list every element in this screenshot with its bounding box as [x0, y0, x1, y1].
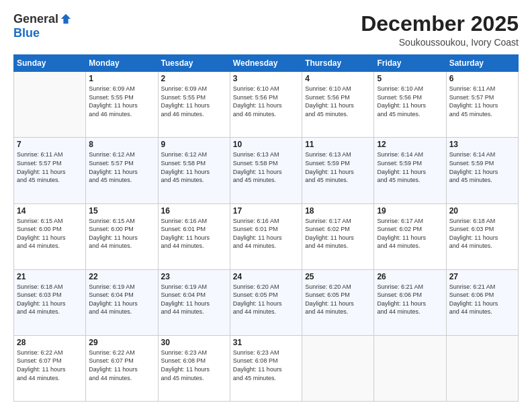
- day-number: 30: [161, 338, 227, 347]
- calendar-week-row: 28Sunrise: 6:22 AMSunset: 6:07 PMDayligh…: [14, 335, 519, 401]
- logo-general-text: General: [13, 12, 58, 26]
- day-number: 10: [233, 140, 299, 149]
- calendar-cell: 5Sunrise: 6:10 AMSunset: 5:56 PMDaylight…: [374, 72, 446, 138]
- calendar-cell: 7Sunrise: 6:11 AMSunset: 5:57 PMDaylight…: [14, 138, 86, 203]
- day-number: 1: [89, 74, 154, 83]
- calendar-cell: 25Sunrise: 6:20 AMSunset: 6:05 PMDayligh…: [302, 269, 374, 335]
- day-info: Sunrise: 6:15 AMSunset: 6:00 PMDaylight:…: [17, 217, 83, 250]
- calendar-cell: [374, 335, 446, 401]
- day-info: Sunrise: 6:10 AMSunset: 5:56 PMDaylight:…: [305, 85, 371, 118]
- day-header-tuesday: Tuesday: [158, 55, 230, 72]
- day-number: 27: [449, 272, 515, 281]
- day-info: Sunrise: 6:22 AMSunset: 6:07 PMDaylight:…: [89, 349, 154, 382]
- day-info: Sunrise: 6:11 AMSunset: 5:57 PMDaylight:…: [449, 85, 515, 118]
- title-block: December 2025 Soukoussoukou, Ivory Coast: [361, 12, 519, 48]
- calendar-cell: 18Sunrise: 6:17 AMSunset: 6:02 PMDayligh…: [302, 203, 374, 269]
- day-number: 8: [89, 140, 154, 149]
- day-header-thursday: Thursday: [302, 55, 374, 72]
- day-info: Sunrise: 6:23 AMSunset: 6:08 PMDaylight:…: [161, 349, 227, 382]
- calendar-cell: 27Sunrise: 6:21 AMSunset: 6:06 PMDayligh…: [446, 269, 518, 335]
- day-number: 11: [305, 140, 371, 149]
- day-info: Sunrise: 6:16 AMSunset: 6:01 PMDaylight:…: [233, 217, 299, 250]
- calendar-cell: 31Sunrise: 6:23 AMSunset: 6:08 PMDayligh…: [230, 335, 302, 401]
- day-number: 28: [17, 338, 83, 347]
- calendar-cell: 8Sunrise: 6:12 AMSunset: 5:57 PMDaylight…: [86, 138, 158, 203]
- calendar-cell: 10Sunrise: 6:13 AMSunset: 5:58 PMDayligh…: [230, 138, 302, 203]
- day-info: Sunrise: 6:19 AMSunset: 6:04 PMDaylight:…: [161, 283, 227, 316]
- calendar-cell: 14Sunrise: 6:15 AMSunset: 6:00 PMDayligh…: [14, 203, 86, 269]
- day-info: Sunrise: 6:13 AMSunset: 5:58 PMDaylight:…: [233, 150, 299, 184]
- day-info: Sunrise: 6:12 AMSunset: 5:57 PMDaylight:…: [89, 150, 154, 184]
- day-number: 31: [233, 338, 299, 347]
- day-number: 4: [305, 74, 371, 83]
- day-number: 24: [233, 272, 299, 281]
- day-header-friday: Friday: [374, 55, 446, 72]
- calendar-week-row: 7Sunrise: 6:11 AMSunset: 5:57 PMDaylight…: [14, 138, 519, 203]
- calendar-cell: 28Sunrise: 6:22 AMSunset: 6:07 PMDayligh…: [14, 335, 86, 401]
- day-number: 12: [377, 140, 443, 149]
- day-number: 29: [89, 338, 154, 347]
- calendar-cell: 21Sunrise: 6:18 AMSunset: 6:03 PMDayligh…: [14, 269, 86, 335]
- day-info: Sunrise: 6:17 AMSunset: 6:02 PMDaylight:…: [377, 217, 443, 250]
- day-number: 18: [305, 206, 371, 216]
- calendar: SundayMondayTuesdayWednesdayThursdayFrid…: [13, 54, 519, 402]
- calendar-cell: 30Sunrise: 6:23 AMSunset: 6:08 PMDayligh…: [158, 335, 230, 401]
- day-number: 13: [449, 140, 515, 149]
- calendar-cell: 16Sunrise: 6:16 AMSunset: 6:01 PMDayligh…: [158, 203, 230, 269]
- day-header-saturday: Saturday: [446, 55, 518, 72]
- day-header-sunday: Sunday: [14, 55, 86, 72]
- logo-blue-text: Blue: [13, 26, 40, 40]
- calendar-cell: 29Sunrise: 6:22 AMSunset: 6:07 PMDayligh…: [86, 335, 158, 401]
- day-info: Sunrise: 6:19 AMSunset: 6:04 PMDaylight:…: [89, 283, 154, 316]
- day-info: Sunrise: 6:23 AMSunset: 6:08 PMDaylight:…: [233, 349, 299, 382]
- calendar-cell: [302, 335, 374, 401]
- day-info: Sunrise: 6:13 AMSunset: 5:59 PMDaylight:…: [305, 150, 371, 184]
- day-header-monday: Monday: [86, 55, 158, 72]
- day-number: 3: [233, 74, 299, 83]
- calendar-cell: 15Sunrise: 6:15 AMSunset: 6:00 PMDayligh…: [86, 203, 158, 269]
- day-info: Sunrise: 6:17 AMSunset: 6:02 PMDaylight:…: [305, 217, 371, 250]
- day-info: Sunrise: 6:21 AMSunset: 6:06 PMDaylight:…: [449, 283, 515, 316]
- day-number: 25: [305, 272, 371, 281]
- calendar-week-row: 21Sunrise: 6:18 AMSunset: 6:03 PMDayligh…: [14, 269, 519, 335]
- calendar-cell: 23Sunrise: 6:19 AMSunset: 6:04 PMDayligh…: [158, 269, 230, 335]
- calendar-cell: 12Sunrise: 6:14 AMSunset: 5:59 PMDayligh…: [374, 138, 446, 203]
- day-number: 9: [161, 140, 227, 149]
- day-info: Sunrise: 6:10 AMSunset: 5:56 PMDaylight:…: [233, 85, 299, 118]
- day-info: Sunrise: 6:12 AMSunset: 5:58 PMDaylight:…: [161, 150, 227, 184]
- calendar-cell: 6Sunrise: 6:11 AMSunset: 5:57 PMDaylight…: [446, 72, 518, 138]
- day-info: Sunrise: 6:22 AMSunset: 6:07 PMDaylight:…: [17, 349, 83, 382]
- day-number: 17: [233, 206, 299, 216]
- location: Soukoussoukou, Ivory Coast: [361, 37, 519, 48]
- day-number: 14: [17, 206, 83, 216]
- day-info: Sunrise: 6:20 AMSunset: 6:05 PMDaylight:…: [305, 283, 371, 316]
- day-info: Sunrise: 6:11 AMSunset: 5:57 PMDaylight:…: [17, 150, 83, 184]
- calendar-cell: 24Sunrise: 6:20 AMSunset: 6:05 PMDayligh…: [230, 269, 302, 335]
- day-info: Sunrise: 6:18 AMSunset: 6:03 PMDaylight:…: [17, 283, 83, 316]
- day-info: Sunrise: 6:21 AMSunset: 6:06 PMDaylight:…: [377, 283, 443, 316]
- calendar-cell: [446, 335, 518, 401]
- day-info: Sunrise: 6:09 AMSunset: 5:55 PMDaylight:…: [161, 85, 227, 118]
- calendar-cell: 20Sunrise: 6:18 AMSunset: 6:03 PMDayligh…: [446, 203, 518, 269]
- day-number: 6: [449, 74, 515, 83]
- day-number: 15: [89, 206, 154, 216]
- day-number: 21: [17, 272, 83, 281]
- day-number: 16: [161, 206, 227, 216]
- day-number: 26: [377, 272, 443, 281]
- day-number: 20: [449, 206, 515, 216]
- day-number: 2: [161, 74, 227, 83]
- month-title: December 2025: [361, 12, 519, 36]
- day-info: Sunrise: 6:14 AMSunset: 5:59 PMDaylight:…: [377, 150, 443, 184]
- calendar-header-row: SundayMondayTuesdayWednesdayThursdayFrid…: [14, 55, 519, 72]
- day-info: Sunrise: 6:10 AMSunset: 5:56 PMDaylight:…: [377, 85, 443, 118]
- calendar-cell: 4Sunrise: 6:10 AMSunset: 5:56 PMDaylight…: [302, 72, 374, 138]
- calendar-cell: 2Sunrise: 6:09 AMSunset: 5:55 PMDaylight…: [158, 72, 230, 138]
- calendar-week-row: 1Sunrise: 6:09 AMSunset: 5:55 PMDaylight…: [14, 72, 519, 138]
- day-info: Sunrise: 6:18 AMSunset: 6:03 PMDaylight:…: [449, 217, 515, 250]
- logo-icon: [60, 13, 72, 25]
- day-number: 19: [377, 206, 443, 216]
- calendar-cell: 9Sunrise: 6:12 AMSunset: 5:58 PMDaylight…: [158, 138, 230, 203]
- svg-marker-0: [61, 13, 71, 23]
- day-number: 7: [17, 140, 83, 149]
- page: General Blue December 2025 Soukoussoukou…: [0, 0, 532, 411]
